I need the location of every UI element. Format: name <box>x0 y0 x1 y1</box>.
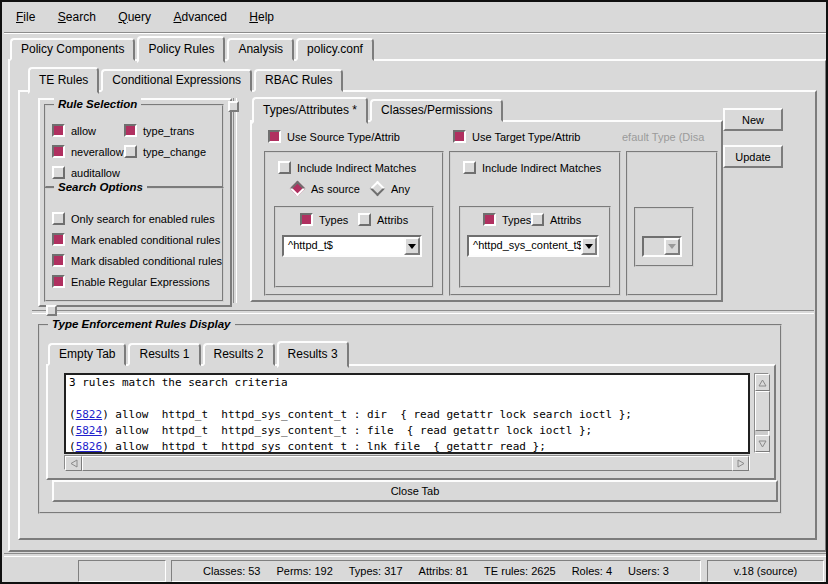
paren: ) <box>102 424 109 437</box>
checkbox-source-include-indirect[interactable]: Include Indirect Matches <box>278 161 416 174</box>
tab-label: TE Rules <box>39 73 88 87</box>
checkbox-source-types[interactable]: Types <box>300 213 348 226</box>
menu-help[interactable]: Help <box>240 4 283 24</box>
rule-link-5824[interactable]: 5824 <box>76 424 103 437</box>
rule-link-5822[interactable]: 5822 <box>76 408 103 421</box>
target-type-combobox[interactable]: ^httpd_sys_content_t$ <box>467 235 599 257</box>
checkbox-label: allow <box>71 125 96 137</box>
stat-classes: Classes: 53 <box>203 565 260 577</box>
menu-advanced[interactable]: Advanced <box>164 4 235 24</box>
default-type-combobox <box>642 236 682 257</box>
checkbox-enable-regex[interactable]: Enable Regular Expressions <box>52 275 210 288</box>
checkbox-use-source-type[interactable]: Use Source Type/Attrib <box>268 130 400 143</box>
menu-search[interactable]: Search <box>49 4 105 24</box>
tab-policy-rules[interactable]: Policy Rules <box>137 36 225 63</box>
tab-results-1[interactable]: Results 1 <box>128 343 200 366</box>
results-text-area[interactable]: 3 rules match the search criteria (5822)… <box>64 373 750 454</box>
checkbox-indicator <box>52 275 65 288</box>
rule-link-5826[interactable]: 5826 <box>76 440 103 453</box>
checkbox-auditallow[interactable]: auditallow <box>52 166 120 179</box>
menu-help-rest: elp <box>258 10 274 24</box>
rule-text: allow httpd_t httpd_sys_content_t : dir … <box>109 408 632 421</box>
checkbox-target-include-indirect[interactable]: Include Indirect Matches <box>463 161 601 174</box>
vertical-sash-handle[interactable] <box>228 101 239 112</box>
horizontal-sash[interactable] <box>32 310 814 314</box>
tab-label: Conditional Expressions <box>112 73 241 87</box>
checkbox-neverallow[interactable]: neverallow <box>52 145 124 158</box>
combo-dropdown-button[interactable] <box>404 237 420 255</box>
checkbox-use-target-type[interactable]: Use Target Type/Attrib <box>453 130 580 143</box>
results-tab-bar: Empty Tab Results 1 Results 2 Results 3 <box>48 344 351 366</box>
tab-te-rules[interactable]: TE Rules <box>28 67 99 94</box>
checkbox-indicator <box>52 233 65 246</box>
checkbox-indicator <box>278 161 291 174</box>
vertical-scrollbar[interactable] <box>754 373 769 453</box>
tab-label: Results 1 <box>139 347 189 361</box>
menu-query[interactable]: Query <box>109 4 160 24</box>
target-type-value: ^httpd_sys_content_t$ <box>473 239 583 251</box>
scroll-down-button[interactable] <box>755 435 770 452</box>
update-button[interactable]: Update <box>723 145 783 168</box>
vertical-sash[interactable] <box>233 98 237 303</box>
menu-search-rest: earch <box>66 10 96 24</box>
checkbox-indicator <box>483 213 496 226</box>
checkbox-indicator <box>52 145 65 158</box>
checkbox-only-enabled-rules[interactable]: Only search for enabled rules <box>52 212 215 225</box>
rules-tab-bar: TE Rules Conditional Expressions RBAC Ru… <box>28 70 345 92</box>
checkbox-source-attribs[interactable]: Attribs <box>358 213 408 226</box>
tab-policy-conf[interactable]: policy.conf <box>296 38 374 61</box>
checkbox-label: Types <box>319 214 348 226</box>
tab-types-attributes[interactable]: Types/Attributes * <box>252 97 368 124</box>
type-attr-tab-bar: Types/Attributes * Classes/Permissions <box>252 100 505 122</box>
tab-classes-permissions[interactable]: Classes/Permissions <box>370 99 503 122</box>
paren: ) <box>102 408 109 421</box>
horizontal-scrollbar[interactable] <box>64 455 750 470</box>
checkbox-allow[interactable]: allow <box>52 124 96 137</box>
radio-as-source[interactable]: As source <box>290 182 360 195</box>
checkbox-label: Enable Regular Expressions <box>71 276 210 288</box>
tab-rbac-rules[interactable]: RBAC Rules <box>254 69 343 92</box>
tab-label: Analysis <box>238 42 283 56</box>
vertical-scroll-thumb[interactable] <box>755 391 770 431</box>
source-type-value: ^httpd_t$ <box>288 239 333 251</box>
tab-analysis[interactable]: Analysis <box>227 38 294 61</box>
checkbox-mark-disabled-conditional[interactable]: Mark disabled conditional rules <box>52 254 222 267</box>
paren: ( <box>69 408 76 421</box>
tab-policy-components[interactable]: Policy Components <box>10 38 135 61</box>
checkbox-indicator <box>268 130 281 143</box>
update-button-label: Update <box>735 151 770 163</box>
scroll-left-button[interactable] <box>65 456 82 471</box>
search-options-title: Search Options <box>54 181 147 193</box>
tab-label: Classes/Permissions <box>381 103 492 117</box>
menu-file[interactable]: File <box>7 4 44 24</box>
checkbox-mark-enabled-conditional[interactable]: Mark enabled conditional rules <box>52 233 220 246</box>
checkbox-type-change[interactable]: type_change <box>124 145 206 158</box>
checkbox-indicator <box>124 145 137 158</box>
checkbox-target-types[interactable]: Types <box>483 213 531 226</box>
rule-selection-title: Rule Selection <box>54 98 141 110</box>
scroll-up-button[interactable] <box>755 374 770 391</box>
statusbar-policy-stats: Classes: 53 Perms: 192 Types: 317 Attrib… <box>171 560 701 582</box>
stat-users: Users: 3 <box>628 565 669 577</box>
stat-te-rules: TE rules: 2625 <box>484 565 556 577</box>
checkbox-type-trans[interactable]: type_trans <box>124 124 194 137</box>
tab-empty-tab[interactable]: Empty Tab <box>48 343 126 366</box>
checkbox-label: Only search for enabled rules <box>71 213 215 225</box>
radio-any[interactable]: Any <box>370 182 410 195</box>
source-type-combobox[interactable]: ^httpd_t$ <box>282 235 422 257</box>
arrow-left-icon <box>70 459 78 468</box>
tab-results-2[interactable]: Results 2 <box>203 343 275 366</box>
horizontal-sash-handle[interactable] <box>46 305 57 316</box>
checkbox-label: Mark enabled conditional rules <box>71 234 220 246</box>
statusbar-cell-empty <box>78 560 166 582</box>
new-button[interactable]: New <box>723 108 783 131</box>
tab-results-3[interactable]: Results 3 <box>277 341 349 368</box>
close-tab-button[interactable]: Close Tab <box>52 480 778 502</box>
horizontal-scroll-thumb[interactable] <box>82 456 734 471</box>
tab-conditional-expressions[interactable]: Conditional Expressions <box>101 69 252 92</box>
checkbox-label: Include Indirect Matches <box>482 162 601 174</box>
scroll-right-button[interactable] <box>732 456 749 471</box>
new-button-label: New <box>742 114 764 126</box>
checkbox-target-attribs[interactable]: Attribs <box>531 213 581 226</box>
combo-dropdown-button[interactable] <box>581 237 597 255</box>
